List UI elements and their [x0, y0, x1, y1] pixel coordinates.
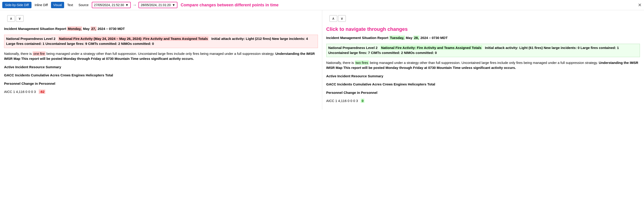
left-nationally-rest: being managed under a strategy other tha… [46, 52, 274, 56]
right-day-highlight: Tuesday, [389, 36, 405, 40]
left-day-highlight: Monday, [67, 26, 82, 31]
left-month: May [83, 27, 90, 30]
right-aicc-value: 0 [361, 98, 364, 103]
right-year-time: 2024 – 0730 MDT [420, 36, 448, 40]
right-fire-section-highlight: National Fire Activity: Fire Activity an… [380, 46, 482, 50]
right-aicc-block: AICC 1 4,116 0 0 0 3 0 [326, 98, 640, 104]
datetime-left-value: 27/05/2024, 21:52:30 [94, 3, 124, 7]
right-doc-title: Incident Management Situation Report [326, 36, 388, 40]
right-nav-buttons: ∧ ∨ [326, 13, 640, 23]
left-fire-count: one fire [33, 52, 45, 56]
left-active-incident-block: Active Incident Resource Summary [4, 64, 318, 70]
left-np-level: National Preparedness Level 2 [6, 37, 56, 40]
left-nav-buttons: ∧ ∨ [4, 13, 318, 23]
source-button[interactable]: Source [76, 2, 91, 8]
right-nav-up-button[interactable]: ∧ [330, 15, 337, 22]
right-personnel-line: Personnel Change in Personnel [326, 90, 640, 96]
right-day-num: 28, [413, 36, 420, 40]
left-doc-title: Incident Management Situation Report [4, 27, 66, 30]
right-doc-title-block: Incident Management Situation Report Tue… [326, 35, 640, 40]
left-fire-block: National Preparedness Level 2 National F… [4, 35, 318, 48]
chevron-down-icon: ▼ [125, 3, 128, 7]
right-personnel-block: Personnel Change in Personnel [326, 90, 640, 96]
right-np-level: National Preparedness Level 2 [328, 46, 378, 50]
right-gacc-block: GACC Incidents Cumulative Acres Crews En… [326, 82, 640, 87]
left-nationally-text: Nationally, there is [4, 52, 32, 56]
left-nav-down-button[interactable]: ∨ [16, 15, 24, 22]
compare-label: Compare changes between different points… [180, 3, 278, 8]
right-gacc-line: GACC Incidents Cumulative Acres Crews En… [326, 82, 640, 87]
click-to-navigate-label: Click to navigate through changes [326, 26, 640, 32]
right-active-incident-block: Active Incident Resource Summary [326, 74, 640, 79]
right-nationally-block: Nationally, there is two fires being man… [326, 60, 640, 70]
right-fire-count: two fires [355, 60, 369, 65]
left-aicc-block: AICC 1 4,116 0 0 0 3 -82 [4, 89, 318, 94]
toolbar: Side-by-Side Diff Inline Diff Visual Tex… [0, 0, 644, 10]
visual-button[interactable]: Visual [51, 2, 64, 8]
right-nationally-text: Nationally, there is [326, 61, 354, 64]
left-personnel-line: Personnel Change in Personnel [4, 81, 318, 86]
right-fire-block: National Preparedness Level 2 National F… [326, 44, 640, 57]
left-gacc-block: GACC Incidents Cumulative Acres Crews En… [4, 73, 318, 78]
datetime-right-value: 28/05/2024, 21:31:20 [141, 3, 171, 7]
chevron-down-icon-right: ▼ [172, 3, 175, 7]
datetime-left-dropdown[interactable]: 27/05/2024, 21:52:30 ▼ [92, 2, 131, 8]
right-active-incident-label: Active Incident Resource Summary [326, 74, 640, 79]
left-fire-section-highlight: National Fire Activity (May 24, 2024 – M… [58, 36, 208, 41]
left-aicc-text: AICC 1 4,116 0 0 0 3 [4, 90, 36, 94]
right-aicc-text: AICC 1 4,116 0 0 0 3 [326, 99, 358, 103]
right-pane: ∧ ∨ Click to navigate through changes In… [322, 10, 644, 110]
left-nationally-block: Nationally, there is one fire being mana… [4, 51, 318, 62]
side-by-side-diff-button[interactable]: Side-by-Side Diff [2, 2, 32, 8]
right-month: May [406, 36, 412, 40]
left-personnel-block: Personnel Change in Personnel [4, 81, 318, 86]
right-nav-down-button[interactable]: ∨ [338, 15, 346, 22]
inline-diff-button[interactable]: Inline Diff [32, 2, 50, 8]
content-area: ∧ ∨ Incident Management Situation Report… [0, 10, 644, 110]
left-year-time: 2024 – 0730 MDT [98, 27, 125, 30]
left-day-num: 27, [91, 26, 97, 31]
text-button[interactable]: Text [65, 2, 76, 8]
left-active-incident-label: Active Incident Resource Summary [4, 64, 318, 70]
left-nav-up-button[interactable]: ∧ [7, 15, 15, 22]
left-pane: ∧ ∨ Incident Management Situation Report… [0, 10, 322, 110]
left-gacc-line: GACC Incidents Cumulative Acres Crews En… [4, 73, 318, 78]
left-aicc-value: -82 [39, 90, 46, 94]
close-button[interactable]: ✕ [638, 2, 642, 8]
datetime-right-dropdown[interactable]: 28/05/2024, 21:31:20 ▼ [138, 2, 178, 8]
arrow-icon: → [132, 3, 138, 8]
right-nationally-rest: being managed under a strategy other tha… [370, 61, 598, 64]
left-doc-title-block: Incident Management Situation Report Mon… [4, 26, 318, 32]
